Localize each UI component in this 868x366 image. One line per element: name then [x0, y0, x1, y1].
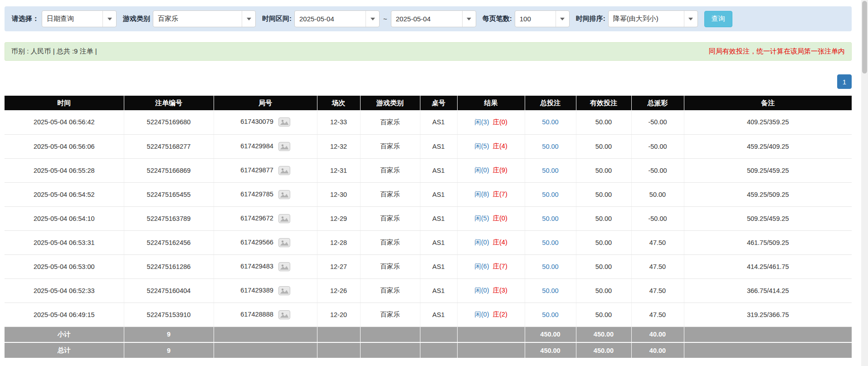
round-image-icon[interactable]	[278, 262, 290, 271]
page-size-label: 每页笔数:	[483, 15, 512, 23]
cell-time: 2025-05-04 06:53:31	[5, 230, 124, 254]
cell-table: AS1	[420, 206, 457, 230]
date-from-select[interactable]: 2025-05-04	[294, 10, 380, 27]
scrollbar-thumb[interactable]	[862, 1, 867, 73]
footer-empty-cell	[360, 327, 420, 342]
table-body: 2025-05-04 06:56:42 522475169680 6174300…	[5, 110, 852, 327]
result-banker: 庄(0)	[493, 118, 507, 126]
total-bet-link[interactable]: 50.00	[542, 118, 558, 126]
cell-game: 百家乐	[360, 206, 420, 230]
table-row: 2025-05-04 06:56:06 522475168277 6174299…	[5, 134, 852, 158]
cell-game: 百家乐	[360, 303, 420, 327]
result-player: 闲(0)	[474, 311, 489, 318]
cell-table: AS1	[420, 110, 457, 134]
cell-time: 2025-05-04 06:53:00	[5, 254, 124, 278]
footer-valid-bet: 450.00	[576, 342, 631, 358]
cell-game: 百家乐	[360, 182, 420, 206]
cell-session: 12-31	[317, 158, 360, 182]
cell-valid-bet: 50.00	[576, 134, 631, 158]
footer-count: 9	[124, 342, 214, 358]
result-player: 闲(0)	[474, 287, 489, 294]
cell-result: 闲(0) 庄(3)	[457, 278, 525, 303]
round-image-icon[interactable]	[278, 286, 290, 295]
footer-empty-cell	[214, 342, 317, 358]
footer-empty-cell	[360, 342, 420, 358]
cell-round: 617429389	[214, 278, 317, 303]
table-row: 2025-05-04 06:53:00 522475161286 6174294…	[5, 254, 852, 278]
page-button-1[interactable]: 1	[837, 74, 852, 89]
chevron-down-icon	[102, 11, 116, 27]
round-image-icon[interactable]	[278, 190, 290, 199]
round-image-icon[interactable]	[278, 117, 290, 127]
cell-result: 闲(0) 庄(9)	[457, 158, 525, 182]
footer-row: 总计 9 450.00 450.00 40.00	[5, 342, 852, 358]
cell-valid-bet: 50.00	[576, 254, 631, 278]
cell-time: 2025-05-04 06:52:33	[5, 278, 124, 303]
round-image-icon[interactable]	[278, 166, 290, 175]
round-number: 617430079	[240, 118, 273, 125]
cell-bet-id: 522475168277	[124, 134, 214, 158]
total-bet-link[interactable]: 50.00	[542, 191, 558, 198]
time-sort-select[interactable]: 降幂(由大到小)	[608, 10, 698, 27]
cell-time: 2025-05-04 06:54:52	[5, 182, 124, 206]
cell-bet-id: 522475163789	[124, 206, 214, 230]
date-from-value: 2025-05-04	[295, 15, 339, 23]
total-bet-link[interactable]: 50.00	[542, 287, 558, 294]
column-header: 有效投注	[576, 96, 631, 110]
cell-payout: 47.50	[631, 278, 684, 303]
total-bet-link[interactable]: 50.00	[542, 167, 558, 174]
cell-round: 617429672	[214, 206, 317, 230]
filter-bar: 请选择： 日期查询 游戏类别 百家乐 时间区间: 2025-05-04 ~ 20…	[5, 6, 852, 31]
round-number: 617429877	[240, 166, 273, 173]
query-type-select[interactable]: 日期查询	[42, 10, 117, 27]
cell-time: 2025-05-04 06:54:10	[5, 206, 124, 230]
query-button[interactable]: 查询	[704, 11, 732, 27]
cell-game: 百家乐	[360, 158, 420, 182]
column-header: 场次	[317, 96, 360, 110]
cell-remark: 509.25/459.25	[684, 206, 852, 230]
round-image-icon[interactable]	[278, 214, 290, 223]
cell-bet-id: 522475166869	[124, 158, 214, 182]
result-banker: 庄(4)	[493, 142, 507, 150]
page-size-select[interactable]: 100	[515, 10, 570, 27]
date-to-select[interactable]: 2025-05-04	[391, 10, 476, 27]
footer-label: 小计	[5, 327, 124, 342]
round-number: 617429984	[240, 142, 273, 149]
result-banker: 庄(7)	[493, 263, 507, 270]
cell-result: 闲(5) 庄(0)	[457, 206, 525, 230]
round-image-icon[interactable]	[278, 310, 290, 319]
result-player: 闲(6)	[474, 263, 489, 270]
total-bet-link[interactable]: 50.00	[542, 239, 558, 246]
round-image-icon[interactable]	[278, 238, 290, 247]
cell-valid-bet: 50.00	[576, 278, 631, 303]
cell-remark: 461.75/509.25	[684, 230, 852, 254]
game-category-select[interactable]: 百家乐	[153, 10, 256, 27]
total-bet-link[interactable]: 50.00	[542, 215, 558, 222]
round-image-icon[interactable]	[278, 142, 290, 151]
result-player: 闲(5)	[474, 215, 489, 222]
summary-bar: 币别 : 人民币 | 总共 :9 注单 | 同局有效投注，统一计算在该局第一张注…	[5, 42, 852, 61]
cell-payout: -50.00	[631, 158, 684, 182]
cell-game: 百家乐	[360, 230, 420, 254]
chevron-down-icon	[462, 11, 476, 27]
table-row: 2025-05-04 06:54:52 522475165455 6174297…	[5, 182, 852, 206]
cell-valid-bet: 50.00	[576, 158, 631, 182]
total-bet-link[interactable]: 50.00	[542, 263, 558, 270]
cell-bet-id: 522475162456	[124, 230, 214, 254]
game-category-label: 游戏类别	[123, 15, 150, 23]
column-header: 局号	[214, 96, 317, 110]
bet-records-table: 时间注单编号局号场次游戏类别桌号结果总投注有效投注总派彩备注 2025-05-0…	[5, 96, 852, 359]
table-row: 2025-05-04 06:56:42 522475169680 6174300…	[5, 110, 852, 134]
cell-remark: 409.25/359.25	[684, 110, 852, 134]
cell-bet-id: 522475153910	[124, 303, 214, 327]
result-banker: 庄(7)	[493, 190, 507, 198]
cell-time: 2025-05-04 06:56:06	[5, 134, 124, 158]
total-bet-link[interactable]: 50.00	[542, 143, 558, 150]
cell-result: 闲(3) 庄(0)	[457, 110, 525, 134]
cell-game: 百家乐	[360, 278, 420, 303]
total-bet-link[interactable]: 50.00	[542, 311, 558, 318]
result-banker: 庄(3)	[493, 287, 507, 294]
chevron-down-icon	[366, 11, 379, 27]
vertical-scrollbar[interactable]	[861, 0, 868, 366]
cell-result: 闲(8) 庄(7)	[457, 182, 525, 206]
